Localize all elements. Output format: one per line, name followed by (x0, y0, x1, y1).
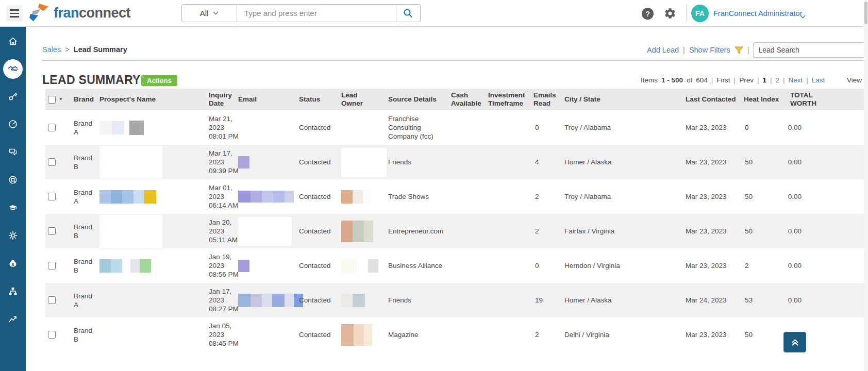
inquiry-date-cell: Jan 19,202308:56 PM (209, 248, 240, 283)
row-checkbox[interactable] (48, 124, 56, 131)
key-icon (8, 91, 18, 102)
search-scope-select[interactable]: All (182, 5, 237, 22)
redaction-block (353, 294, 365, 307)
lead-search-input[interactable] (753, 42, 868, 58)
source-details-cell: Business Alliance (388, 248, 451, 283)
avatar-initials: FA (695, 9, 705, 18)
redaction-block (364, 324, 372, 346)
redaction-block (99, 121, 112, 134)
search-button[interactable] (396, 5, 420, 22)
heat-index-cell: 50 (745, 145, 765, 179)
filter-funnel-icon[interactable] (735, 46, 743, 54)
sidebar-item-hierarchy[interactable] (4, 282, 22, 300)
city-state-cell: Troy / Alabama (564, 179, 665, 214)
breadcrumb-sales-link[interactable]: Sales (42, 45, 61, 54)
hamburger-menu-icon[interactable] (6, 5, 23, 22)
source-details-cell: Friends (388, 283, 451, 317)
heat-index-cell: 50 (745, 214, 765, 248)
sidebar-item-support[interactable] (4, 171, 22, 189)
row-checkbox[interactable] (48, 158, 56, 166)
redaction-block (99, 215, 162, 248)
sidebar-item-training[interactable] (4, 198, 22, 217)
prospect-name-redacted (99, 110, 192, 145)
email-redacted (238, 110, 305, 145)
life-ring-icon (8, 175, 18, 185)
row-checkbox[interactable] (48, 227, 56, 235)
user-name[interactable]: FranConnect Administrator (713, 9, 802, 18)
table-row[interactable]: Brand A Mar 01,202306:14 AM Contacted Tr… (45, 179, 868, 214)
brand-cell: Brand A (74, 179, 98, 214)
lead-owner-redacted (341, 317, 389, 352)
breadcrumb-current: Lead Summary (74, 45, 127, 54)
row-checkbox[interactable] (48, 296, 56, 304)
table-row[interactable]: Brand B Mar 17,202309:39 PM Contacted Fr… (45, 145, 868, 179)
redaction-block (353, 190, 363, 204)
page-scrollbar[interactable] (864, 0, 868, 371)
lead-toolbar: Add Lead | Show Filters | (647, 42, 868, 58)
global-search-bar: All (181, 4, 421, 22)
source-details-cell: Trade Shows (388, 179, 451, 214)
sidebar-item-dashboard[interactable] (4, 115, 22, 133)
user-avatar[interactable]: FA (691, 5, 709, 22)
row-checkbox[interactable] (48, 331, 56, 339)
user-menu-chevron-icon[interactable] (800, 11, 806, 21)
status-cell: Contacted (299, 283, 331, 317)
redaction-block (112, 121, 124, 134)
status-cell: Contacted (299, 110, 331, 145)
add-lead-link[interactable]: Add Lead (647, 46, 679, 54)
sidebar-item-finance[interactable]: $ (4, 254, 22, 273)
email-redacted (238, 248, 305, 283)
sidebar-item-sales-active[interactable] (3, 59, 23, 79)
redaction-block (353, 221, 364, 242)
lead-owner-redacted (341, 283, 389, 317)
redaction-block (262, 294, 272, 307)
sidebar-item-performance[interactable] (4, 310, 22, 328)
heat-index-cell: 50 (745, 179, 765, 214)
inquiry-date-cell: Mar 21,202308:01 PM (209, 110, 240, 145)
redaction-block (273, 191, 285, 203)
logo-text: franconnect (54, 5, 130, 21)
lead-owner-redacted (341, 110, 389, 145)
redaction-block (133, 190, 144, 204)
prospect-name-redacted (99, 179, 192, 214)
table-row[interactable]: Brand A Jan 17,202308:27 PM Contacted Fr… (45, 283, 868, 317)
redaction-block (285, 294, 294, 307)
lead-owner-redacted (341, 248, 389, 283)
scrollbar-thumb[interactable] (864, 2, 867, 24)
inquiry-date-cell: Jan 17,202308:27 PM (209, 283, 240, 317)
redaction-block (251, 191, 262, 203)
emails-read-cell: 2 (535, 179, 552, 214)
table-row[interactable]: Brand B Jan 05,202308:45 PM Contacted Ma… (45, 317, 868, 352)
last-contacted-cell: Mar 23, 2023 (686, 179, 735, 214)
table-row[interactable]: Brand A Mar 21,202308:01 PM Contacted Fr… (45, 110, 868, 145)
redaction-block (99, 146, 162, 179)
brand-cell: Brand B (74, 145, 98, 179)
table-row[interactable]: Brand B Jan 20,202305:11 AM Contacted En… (45, 214, 868, 248)
redaction-block (262, 191, 273, 203)
redaction-block (363, 190, 371, 204)
sidebar-item-home[interactable] (4, 32, 22, 50)
redaction-block (368, 259, 378, 273)
row-checkbox[interactable] (48, 193, 56, 200)
redaction-block (272, 294, 285, 307)
sidebar-item-settings[interactable] (4, 226, 22, 245)
row-checkbox[interactable] (48, 262, 56, 269)
global-search-input[interactable] (237, 5, 396, 22)
sidebar-item-messages[interactable] (4, 143, 22, 161)
brand-cell: Brand B (74, 214, 98, 248)
total-worth-cell: 0.00 (771, 145, 802, 179)
sidebar-item-access-key[interactable] (4, 87, 22, 106)
total-worth-cell: 0.00 (771, 283, 802, 317)
email-redacted (238, 283, 305, 317)
status-cell: Contacted (299, 214, 331, 248)
help-icon[interactable]: ? (642, 8, 654, 20)
redaction-block (251, 294, 262, 307)
search-scope-value: All (200, 9, 209, 18)
settings-gear-icon[interactable] (664, 7, 676, 22)
redaction-block (341, 190, 353, 204)
table-row[interactable]: Brand B Jan 19,202308:56 PM Contacted Bu… (45, 248, 868, 283)
show-filters-link[interactable]: Show Filters (689, 46, 730, 54)
scroll-to-top-button[interactable] (783, 332, 806, 352)
heat-index-cell: 2 (745, 248, 765, 283)
last-contacted-cell: Mar 23, 2023 (686, 317, 735, 352)
